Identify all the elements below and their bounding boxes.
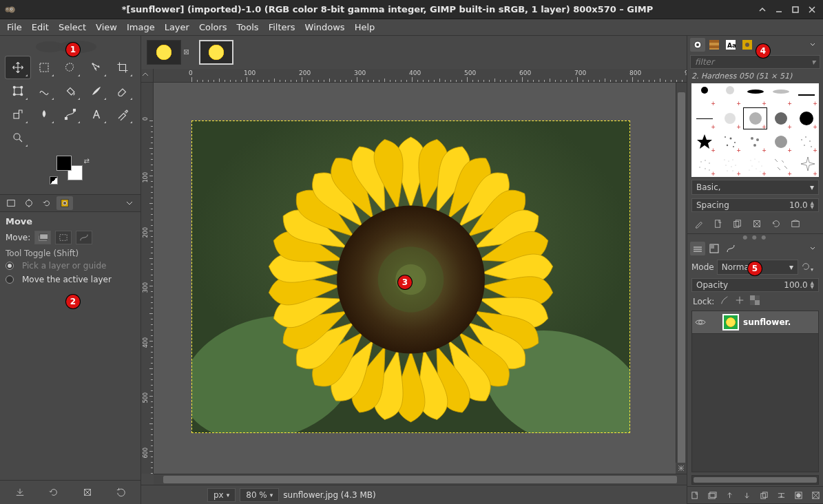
ruler-horizontal[interactable]: 0100200300400500600700800900 [154,69,687,83]
tool-warp[interactable] [32,80,56,102]
new-brush-button[interactable] [711,217,726,231]
menu-colors[interactable]: Colors [199,22,227,32]
canvas[interactable] [154,83,676,474]
raise-layer-button[interactable] [723,489,736,501]
option-pick-layer[interactable]: Pick a layer or guide [6,261,135,271]
tab-channels[interactable] [707,242,722,255]
menu-help[interactable]: Help [355,22,375,32]
dock-separator[interactable]: ● ● ● [687,234,823,240]
brush-item[interactable] [793,107,819,130]
tab-patterns[interactable] [707,38,722,52]
menu-tools[interactable]: Tools [237,22,259,32]
brush-spacing-input[interactable]: Spacing 10.0 ▲▼ [691,198,819,212]
delete-options-button[interactable] [80,485,95,500]
brush-item[interactable] [768,130,793,154]
delete-brush-button[interactable] [749,217,764,231]
brush-item[interactable] [717,107,742,130]
tool-smudge[interactable] [32,103,56,125]
ruler-vertical[interactable]: 0100200300400500600 [141,83,154,474]
brush-item[interactable] [717,130,742,154]
tab-layers[interactable] [690,242,705,255]
tab-tool-options[interactable] [3,196,19,210]
layers-detach-button[interactable] [805,242,820,255]
close-icon[interactable]: ⊠ [183,48,193,57]
tab-paths[interactable] [723,242,738,255]
tab-brushes[interactable] [690,38,705,52]
brush-item[interactable] [742,154,768,177]
menu-select[interactable]: Select [59,22,86,32]
tool-free-select[interactable] [58,56,83,78]
option-move-active[interactable]: Move the active layer [6,275,135,284]
brush-item[interactable] [768,154,793,177]
tab-images[interactable] [56,196,73,210]
lock-position-button[interactable] [735,295,744,307]
move-mode-selection[interactable] [55,231,72,244]
move-mode-layer[interactable] [34,231,51,244]
brush-item[interactable] [742,83,768,107]
open-as-image-button[interactable] [788,217,803,231]
spacing-down[interactable]: ▼ [811,205,814,209]
default-colors-icon[interactable] [50,176,58,185]
menu-view[interactable]: View [96,22,117,32]
tab-fonts[interactable]: Aa [723,38,738,52]
unit-selector[interactable]: px▾ [207,488,236,502]
tool-move[interactable] [6,56,30,78]
layers-scrollbar[interactable] [691,475,819,485]
reset-options-button[interactable] [114,485,129,500]
tool-zoom[interactable] [6,127,30,149]
swap-colors-icon[interactable]: ⇄ [84,157,90,165]
brush-item[interactable] [768,107,793,130]
menu-windows[interactable]: Windows [305,22,345,32]
lower-layer-button[interactable] [740,489,753,501]
layer-name[interactable]: sunflower. [743,317,791,327]
maximize-button[interactable] [789,3,802,17]
brush-preset-select[interactable]: Basic,▾ [691,180,819,195]
duplicate-brush-button[interactable] [730,217,745,231]
tool-text[interactable] [84,103,109,125]
layer-thumbnail[interactable] [722,314,739,330]
brush-item[interactable] [691,130,717,154]
tab-device-status[interactable] [21,196,37,210]
mask-button[interactable] [792,489,804,501]
opacity-down[interactable]: ▼ [811,285,814,289]
menu-edit[interactable]: Edit [32,22,49,32]
brush-item[interactable] [793,130,819,154]
visibility-toggle[interactable] [695,317,706,328]
tool-paintbrush[interactable] [84,80,109,102]
tool-paths[interactable] [58,103,83,125]
duplicate-layer-button[interactable] [758,489,770,501]
brush-item[interactable] [768,83,793,107]
mode-switch-button[interactable]: ▾ [801,262,819,273]
brush-item[interactable] [691,83,717,107]
new-group-button[interactable] [706,489,718,501]
fg-color-swatch[interactable] [56,156,72,171]
brush-item[interactable] [742,107,768,130]
brush-item[interactable] [717,154,742,177]
lock-alpha-button[interactable] [750,295,760,307]
brush-item[interactable] [793,83,819,107]
close-button[interactable] [805,3,819,17]
tool-crop[interactable] [110,56,135,78]
move-mode-path[interactable] [76,231,92,244]
brush-item[interactable] [717,83,742,107]
edit-brush-button[interactable] [691,217,707,231]
opacity-input[interactable]: Opacity 100.0 ▲▼ [691,278,819,292]
brush-item[interactable] [691,154,717,177]
tool-rect-select[interactable] [32,56,56,78]
menu-filters[interactable]: Filters [269,22,295,32]
tab-undo-history[interactable] [39,196,55,210]
menu-layer[interactable]: Layer [165,22,189,32]
image-tab-1[interactable] [199,40,233,65]
vertical-scrollbar[interactable] [676,83,687,474]
tool-color-picker[interactable] [110,103,135,125]
menu-file[interactable]: File [7,22,22,32]
tool-bucket[interactable] [58,80,83,102]
refresh-brushes-button[interactable] [769,217,784,231]
restore-options-button[interactable] [46,485,61,500]
minimize-button[interactable] [772,3,786,17]
merge-down-button[interactable] [775,489,787,501]
horizontal-scrollbar[interactable] [154,474,687,485]
rollup-button[interactable] [756,3,769,17]
tab-history[interactable] [740,38,755,52]
save-options-button[interactable] [12,485,28,500]
